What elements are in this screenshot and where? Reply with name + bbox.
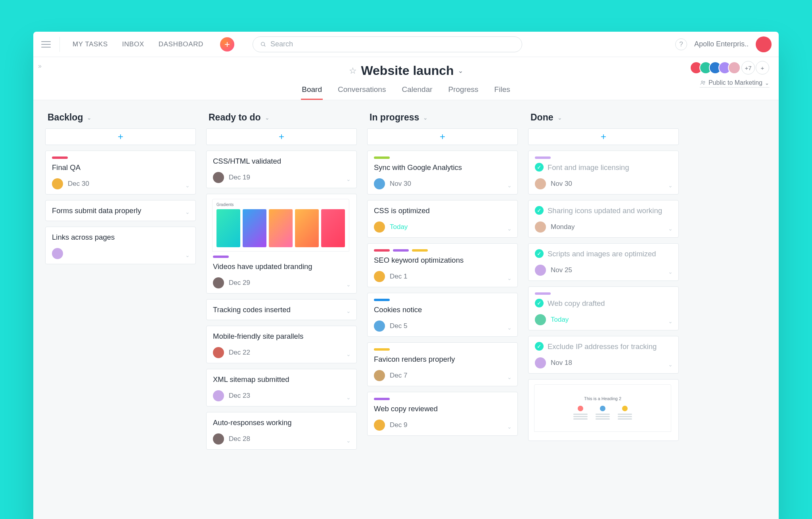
column-header[interactable]: Done⌄: [528, 110, 679, 128]
tab-calendar[interactable]: Calendar: [401, 83, 433, 100]
search-input[interactable]: [270, 40, 515, 48]
assignee-avatar[interactable]: [213, 433, 224, 445]
task-card[interactable]: Links across pages⌄: [45, 227, 196, 264]
task-card[interactable]: ✓Web copy draftedToday⌄: [528, 286, 679, 330]
assignee-avatar[interactable]: [213, 277, 224, 288]
task-card[interactable]: ✓Sharing icons updated and workingMonday…: [528, 200, 679, 238]
task-card[interactable]: GradientsVideos have updated brandingDec…: [206, 194, 357, 294]
column-header[interactable]: Backlog⌄: [45, 110, 196, 128]
assignee-avatar[interactable]: [374, 271, 385, 282]
assignee-avatar[interactable]: [213, 390, 224, 401]
chevron-down-icon[interactable]: ⌄: [265, 114, 270, 121]
add-card-button[interactable]: +: [206, 128, 357, 145]
project-title[interactable]: Website launch: [361, 63, 454, 78]
task-card[interactable]: Sync with Google AnalyticsNov 30⌄: [367, 151, 518, 195]
card-menu-icon[interactable]: ⌄: [346, 351, 351, 357]
card-menu-icon[interactable]: ⌄: [507, 275, 512, 281]
task-card[interactable]: ✓Scripts and images are optimizedNov 25⌄: [528, 243, 679, 281]
tag-pill: [374, 299, 390, 301]
card-menu-icon[interactable]: ⌄: [668, 269, 673, 275]
card-menu-icon[interactable]: ⌄: [668, 182, 673, 189]
assignee-avatar[interactable]: [374, 221, 385, 233]
expand-sidebar-icon[interactable]: »: [38, 63, 42, 70]
card-menu-icon[interactable]: ⌄: [668, 361, 673, 368]
task-card[interactable]: Favicon renders properlyDec 7⌄: [367, 342, 518, 386]
card-menu-icon[interactable]: ⌄: [185, 209, 190, 215]
card-menu-icon[interactable]: ⌄: [507, 324, 512, 331]
task-card[interactable]: CSS is optimizedToday⌄: [367, 200, 518, 238]
project-privacy[interactable]: Public to Marketing ⌄: [700, 79, 769, 88]
task-card[interactable]: ✓Font and image licensingNov 30⌄: [528, 151, 679, 195]
task-card[interactable]: Tracking codes inserted⌄: [206, 299, 357, 320]
nav-inbox[interactable]: INBOX: [122, 40, 144, 48]
assignee-avatar[interactable]: [535, 357, 546, 368]
card-menu-icon[interactable]: ⌄: [507, 182, 512, 189]
card-menu-icon[interactable]: ⌄: [507, 424, 512, 430]
assignee-avatar[interactable]: [52, 248, 63, 259]
workspace-switcher[interactable]: Apollo Enterpris..: [694, 40, 749, 48]
assignee-avatar[interactable]: [535, 265, 546, 276]
add-card-button[interactable]: +: [367, 128, 518, 145]
task-card[interactable]: XML sitemap submittedDec 23⌄: [206, 369, 357, 406]
task-card[interactable]: SEO keyword optimizationsDec 1⌄: [367, 243, 518, 287]
card-menu-icon[interactable]: ⌄: [346, 176, 351, 182]
assignee-avatar[interactable]: [535, 178, 546, 189]
column-title: Ready to do: [209, 112, 261, 123]
card-menu-icon[interactable]: ⌄: [507, 225, 512, 232]
assignee-avatar[interactable]: [374, 178, 385, 189]
chevron-down-icon[interactable]: ⌄: [557, 114, 562, 121]
assignee-avatar[interactable]: [535, 221, 546, 233]
card-menu-icon[interactable]: ⌄: [346, 437, 351, 444]
search-bar[interactable]: [253, 36, 522, 52]
task-card[interactable]: CSS/HTML validatedDec 19⌄: [206, 151, 357, 188]
tab-progress[interactable]: Progress: [448, 83, 479, 100]
help-button[interactable]: ?: [675, 38, 687, 50]
quick-add-button[interactable]: +: [220, 37, 234, 52]
task-card[interactable]: Web copy reviewedDec 9⌄: [367, 392, 518, 436]
tab-board[interactable]: Board: [301, 83, 323, 100]
assignee-avatar[interactable]: [535, 314, 546, 325]
column-header[interactable]: In progress⌄: [367, 110, 518, 128]
nav-my-tasks[interactable]: MY TASKS: [73, 40, 108, 48]
assignee-avatar[interactable]: [213, 172, 224, 183]
assignee-avatar[interactable]: [374, 420, 385, 431]
task-card[interactable]: ✓Exclude IP addresses for trackingNov 18…: [528, 336, 679, 374]
task-card[interactable]: This is a Heading 2: [528, 379, 679, 441]
member-count-more[interactable]: +7: [741, 61, 755, 74]
card-menu-icon[interactable]: ⌄: [346, 308, 351, 314]
user-avatar[interactable]: [756, 36, 772, 52]
task-card[interactable]: Cookies noticeDec 5⌄: [367, 293, 518, 337]
task-card[interactable]: Forms submit data properly⌄: [45, 200, 196, 221]
task-card[interactable]: Auto-responses workingDec 28⌄: [206, 412, 357, 450]
card-menu-icon[interactable]: ⌄: [185, 182, 190, 189]
card-menu-icon[interactable]: ⌄: [185, 252, 190, 258]
card-menu-icon[interactable]: ⌄: [346, 281, 351, 288]
card-menu-icon[interactable]: ⌄: [346, 394, 351, 401]
card-footer: Nov 30: [374, 178, 511, 189]
card-menu-icon[interactable]: ⌄: [668, 225, 673, 232]
card-date: Dec 30: [68, 180, 89, 188]
chevron-down-icon[interactable]: ⌄: [87, 114, 92, 121]
task-card[interactable]: Final QADec 30⌄: [45, 151, 196, 195]
tab-conversations[interactable]: Conversations: [337, 83, 387, 100]
assignee-avatar[interactable]: [374, 321, 385, 332]
project-dropdown-icon[interactable]: ⌄: [458, 67, 463, 74]
member-avatar[interactable]: [728, 61, 741, 74]
add-card-button[interactable]: +: [528, 128, 679, 145]
card-menu-icon[interactable]: ⌄: [507, 374, 512, 380]
chevron-down-icon[interactable]: ⌄: [423, 114, 428, 121]
task-card[interactable]: Mobile-friendly site parallelsDec 22⌄: [206, 326, 357, 363]
add-member-button[interactable]: +: [756, 61, 769, 74]
nav-dashboard[interactable]: DASHBOARD: [159, 40, 203, 48]
assignee-avatar[interactable]: [52, 178, 63, 189]
card-menu-icon[interactable]: ⌄: [668, 318, 673, 324]
check-icon: ✓: [535, 249, 544, 258]
assignee-avatar[interactable]: [374, 370, 385, 381]
tab-files[interactable]: Files: [494, 83, 511, 100]
assignee-avatar[interactable]: [213, 347, 224, 358]
column-header[interactable]: Ready to do⌄: [206, 110, 357, 128]
star-icon[interactable]: ☆: [349, 66, 357, 76]
menu-icon[interactable]: [40, 39, 52, 50]
card-tags: [374, 348, 511, 351]
add-card-button[interactable]: +: [45, 128, 196, 145]
